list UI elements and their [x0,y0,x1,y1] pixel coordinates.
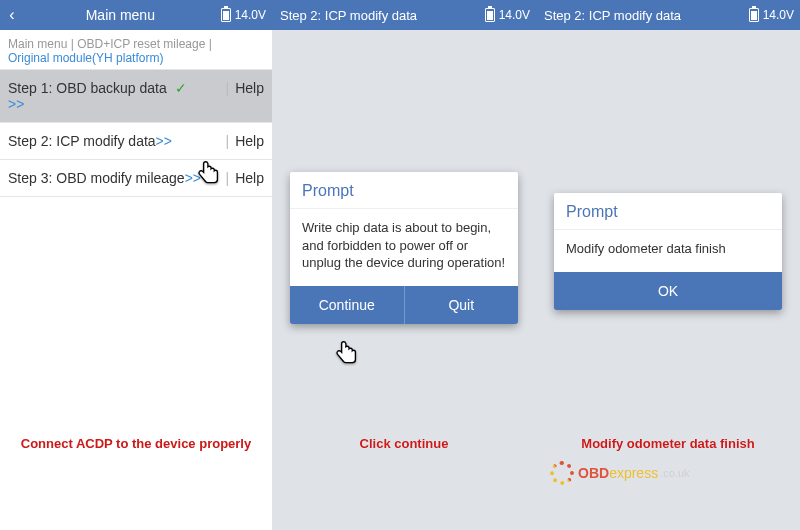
header-title: Step 2: ICP modify data [536,8,745,23]
prompt-dialog: Prompt Modify odometer data finish OK [554,193,782,310]
step-arrow: >> [156,133,172,149]
voltage-label: 14.0V [499,8,530,22]
breadcrumb-active: Original module(YH platform) [8,51,163,65]
battery-icon [485,8,495,22]
step-1[interactable]: Step 1: OBD backup data ✓ >> | Help [0,70,272,123]
caption-panel1: Connect ACDP to the device properly [0,436,272,451]
step-arrow: >> [8,96,24,112]
voltage-label: 14.0V [763,8,794,22]
step-3[interactable]: Step 3: OBD modify mileage>> | Help [0,160,272,197]
panel-main-menu: ‹ Main menu 14.0V Main menu | OBD+ICP re… [0,0,272,530]
step-label: Step 3: OBD modify mileage [8,170,185,186]
header-title: Step 2: ICP modify data [272,8,481,23]
header: ‹ Main menu 14.0V [0,0,272,30]
caption-panel2: Click continue [272,436,536,451]
quit-button[interactable]: Quit [404,286,519,324]
prompt-title: Prompt [290,172,518,209]
help-link[interactable]: Help [235,80,264,96]
battery-icon [749,8,759,22]
panel-prompt-continue: Step 2: ICP modify data 14.0V Prompt Wri… [272,0,536,530]
hand-cursor-icon [333,340,361,374]
caption-panel3: Modify odometer data finish [536,436,800,451]
battery-icon [221,8,231,22]
step-2[interactable]: Step 2: ICP modify data>> | Help [0,123,272,160]
prompt-body: Modify odometer data finish [554,230,782,272]
watermark-logo: OBDexpress.co.uk [550,458,790,488]
ok-button[interactable]: OK [554,272,782,310]
help-link[interactable]: Help [235,170,264,186]
step-arrow: >> [185,170,201,186]
step-label: Step 2: ICP modify data [8,133,156,149]
header: Step 2: ICP modify data 14.0V [272,0,536,30]
checkmark-icon: ✓ [175,80,187,96]
prompt-title: Prompt [554,193,782,230]
breadcrumb-seg[interactable]: OBD+ICP reset mileage [77,37,205,51]
panel-prompt-finish: Step 2: ICP modify data 14.0V Prompt Mod… [536,0,800,530]
header-title: Main menu [24,7,217,23]
continue-button[interactable]: Continue [290,286,404,324]
back-button[interactable]: ‹ [0,6,24,24]
prompt-body: Write chip data is about to begin, and f… [290,209,518,286]
breadcrumb: Main menu | OBD+ICP reset mileage | Orig… [0,30,272,70]
voltage-label: 14.0V [235,8,266,22]
breadcrumb-seg[interactable]: Main menu [8,37,67,51]
header: Step 2: ICP modify data 14.0V [536,0,800,30]
watermark-ring-icon [550,461,574,485]
step-label: Step 1: OBD backup data [8,80,167,96]
help-link[interactable]: Help [235,133,264,149]
prompt-dialog: Prompt Write chip data is about to begin… [290,172,518,324]
